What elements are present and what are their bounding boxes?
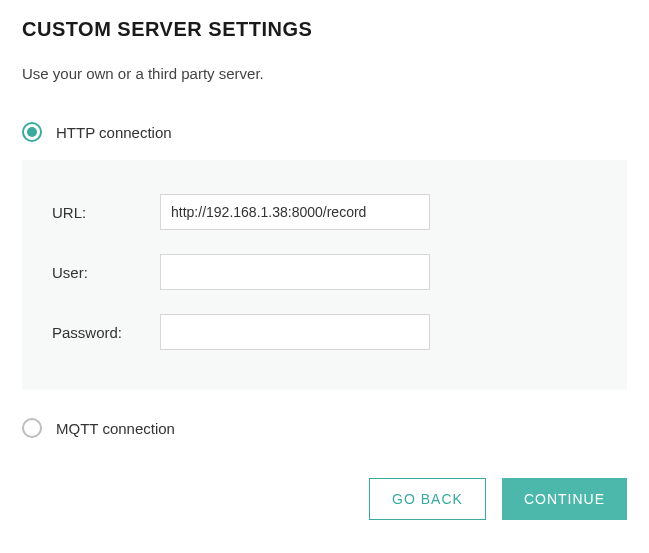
radio-unselected-icon (22, 418, 42, 438)
user-label: User: (52, 264, 160, 281)
http-connection-option[interactable]: HTTP connection (22, 122, 627, 142)
go-back-button[interactable]: GO BACK (369, 478, 486, 520)
http-settings-panel: URL: User: Password: (22, 160, 627, 390)
password-input[interactable] (160, 314, 430, 350)
password-field-row: Password: (52, 314, 597, 350)
url-label: URL: (52, 204, 160, 221)
mqtt-option-label: MQTT connection (56, 420, 175, 437)
continue-button[interactable]: CONTINUE (502, 478, 627, 520)
page-subtitle: Use your own or a third party server. (22, 65, 627, 82)
radio-selected-icon (22, 122, 42, 142)
password-label: Password: (52, 324, 160, 341)
http-option-label: HTTP connection (56, 124, 172, 141)
url-field-row: URL: (52, 194, 597, 230)
url-input[interactable] (160, 194, 430, 230)
button-row: GO BACK CONTINUE (22, 478, 627, 520)
page-title: CUSTOM SERVER SETTINGS (22, 18, 627, 41)
user-field-row: User: (52, 254, 597, 290)
mqtt-connection-option[interactable]: MQTT connection (22, 418, 627, 438)
user-input[interactable] (160, 254, 430, 290)
